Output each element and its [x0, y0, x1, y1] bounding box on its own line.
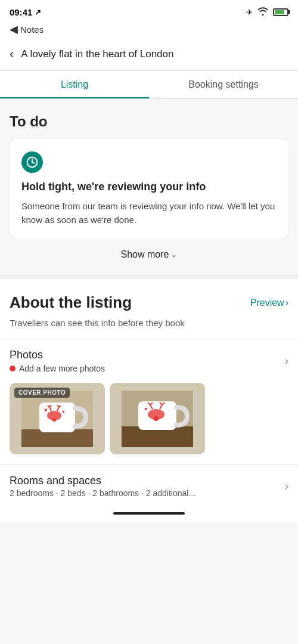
alert-dot [10, 366, 15, 371]
about-title: About the listing [10, 293, 132, 312]
status-icons: ✈ [246, 7, 288, 17]
svg-point-11 [52, 418, 56, 422]
chevron-right-icon: › [285, 298, 288, 308]
todo-title: To do [10, 113, 288, 130]
notes-back-arrow: ◀ [10, 23, 18, 36]
photo-grid: ♥ ♥ COVER PHOTO [0, 383, 298, 464]
rooms-title: Rooms and spaces [10, 475, 195, 487]
rooms-list-item[interactable]: Rooms and spaces 2 bedrooms · 2 beds · 2… [0, 465, 298, 507]
card-title: Hold tight, we're reviewing your info [21, 180, 277, 194]
listing-header: ‹ A lovely flat in the heart of London [0, 41, 298, 71]
review-card: Hold tight, we're reviewing your info So… [10, 140, 288, 239]
photos-title: Photos [10, 349, 105, 361]
chevron-down-icon: ⌄ [171, 250, 177, 259]
svg-text:♥: ♥ [44, 407, 48, 413]
status-bar: 09:41 ↗ ✈ [0, 0, 298, 21]
svg-text:♥: ♥ [62, 409, 65, 414]
photo-thumb-1[interactable]: ♥ ♥ COVER PHOTO [10, 383, 105, 454]
cover-photo-badge: COVER PHOTO [14, 388, 70, 398]
photos-alert: Add a few more photos [19, 364, 105, 373]
divider-1 [0, 274, 298, 279]
show-more-button[interactable]: Show more ⌄ [121, 249, 178, 260]
bottom-bar [0, 507, 298, 522]
card-description: Someone from our team is reviewing your … [21, 200, 277, 227]
photo-thumb-2[interactable]: ♥ [110, 383, 205, 454]
wifi-icon [257, 7, 268, 17]
photos-list-item[interactable]: Photos Add a few more photos › [0, 339, 298, 383]
rooms-section: Rooms and spaces 2 bedrooms · 2 beds · 2… [0, 465, 298, 507]
tab-bar: Listing Booking settings [0, 71, 298, 99]
rooms-subtitle: 2 bedrooms · 2 beds · 2 bathrooms · 2 ad… [10, 488, 195, 498]
tab-booking-settings[interactable]: Booking settings [149, 71, 298, 98]
location-icon: ↗ [35, 8, 41, 17]
home-indicator [113, 512, 185, 515]
status-time: 09:41 ↗ [10, 7, 41, 17]
svg-text:♥: ♥ [144, 406, 147, 412]
notes-bar: ◀ Notes [0, 21, 298, 41]
todo-section: To do Hold tight, we're reviewing your i… [0, 99, 298, 239]
header-back-button[interactable]: ‹ [10, 47, 14, 62]
airplane-icon: ✈ [246, 8, 253, 17]
show-more-container: Show more ⌄ [0, 239, 298, 274]
svg-point-24 [154, 416, 159, 421]
battery-icon [273, 8, 288, 16]
photos-chevron-icon: › [285, 355, 288, 367]
about-subtitle: Travellers can see this info before they… [10, 317, 288, 329]
photos-section: Photos Add a few more photos › [0, 339, 298, 465]
clock-icon [21, 151, 43, 173]
tab-listing[interactable]: Listing [0, 71, 149, 98]
notes-label: Notes [20, 24, 44, 35]
preview-link[interactable]: Preview › [250, 298, 288, 308]
about-section: About the listing Preview › Travellers c… [0, 279, 298, 339]
listing-title: A lovely flat in the heart of London [21, 48, 173, 60]
rooms-chevron-icon: › [285, 480, 288, 493]
